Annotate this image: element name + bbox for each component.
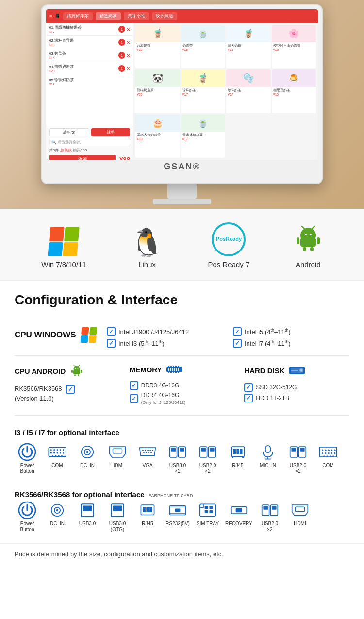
check-box: ✓: [66, 385, 75, 394]
svg-point-56: [55, 455, 56, 457]
svg-point-70: [148, 452, 149, 453]
svg-point-64: [145, 450, 146, 451]
iface-mic-in: MIC_IN: [255, 443, 281, 468]
usb3-x2-label: USB3.0×2: [169, 463, 186, 474]
pos-product[interactable]: 🎂 蛋糕大吉奶盖茶¥18: [135, 114, 180, 158]
svg-rect-119: [149, 507, 152, 512]
svg-point-41: [300, 369, 302, 371]
checkout-button[interactable]: 收银: [49, 155, 116, 160]
memory-spec-2: ✓ DDR4 4G-16G (Only for J4125/J6412): [130, 392, 235, 405]
svg-rect-17: [71, 370, 73, 373]
svg-line-4: [302, 226, 304, 229]
pos-product[interactable]: 🧋 寒天奶茶¥16: [226, 25, 271, 68]
hdmi-rk-icon: [290, 502, 310, 519]
pos-main-content: 01.周悉西柚鲜果茶 ¥17 1 ✕ 02.满杯奇异果: [46, 23, 318, 160]
svg-point-53: [60, 452, 61, 453]
iface-power-rk: PowerButton: [15, 502, 40, 533]
cpu-spec-text: Intel i7 (4th–11th): [245, 339, 291, 347]
i3-interface-section: I3 / I5 / I7 for optional interface Powe…: [0, 420, 364, 485]
cpu-android-spec: RK3566/RK3568(Version 11.0): [15, 384, 62, 403]
svg-rect-22: [168, 366, 169, 368]
clear-button[interactable]: 清空(5): [49, 128, 89, 136]
check-box: ✓: [233, 327, 242, 336]
iface-sim-tray: SIM TRAY: [195, 502, 220, 527]
pos-product[interactable]: 🌸 樱花阿里山奶盖茶¥18: [272, 25, 316, 68]
check-box: ✓: [107, 327, 116, 336]
memory-spec-note: (Only for J4125/J6412): [141, 400, 186, 405]
pos-order-item: 02.满杯奇异果 ¥18 1 ✕: [46, 36, 133, 49]
earphone-label: EARPHONE TF CARD: [149, 494, 193, 499]
svg-rect-82: [236, 449, 239, 454]
svg-point-12: [75, 368, 76, 369]
pos-product[interactable]: 🧋 台农奶茶¥13: [135, 25, 180, 68]
windows-icon: [48, 227, 80, 256]
svg-point-68: [143, 452, 145, 453]
svg-rect-20: [78, 374, 79, 376]
svg-point-58: [61, 455, 63, 457]
pos-product[interactable]: 🫧 珍珠奶茶¥17: [226, 69, 271, 113]
svg-point-111: [56, 509, 59, 512]
svg-point-102: [331, 452, 332, 454]
pos-product[interactable]: 🍵 奶盖茶¥15: [181, 25, 226, 68]
usb2-x2b-label: USB2.0×2: [290, 463, 306, 474]
iface-hdmi1: HDMI: [105, 443, 130, 468]
pos-tab-4[interactable]: 饮饮辣道: [152, 12, 177, 20]
iface-vga: VGA: [135, 443, 160, 468]
iface-usb2-x2b: USB2.0×2: [285, 443, 311, 474]
svg-line-14: [74, 365, 75, 367]
hang-button[interactable]: 挂单: [91, 128, 131, 136]
pos-tab-3[interactable]: 美味小吃: [124, 12, 149, 20]
svg-point-106: [330, 455, 331, 457]
svg-rect-34: [172, 368, 173, 371]
svg-rect-42: [291, 370, 298, 371]
svg-point-101: [328, 452, 330, 454]
rj45-rk-icon: [137, 502, 158, 519]
svg-rect-18: [81, 370, 82, 373]
cpu-android-title: CPU ANDROID: [15, 367, 66, 375]
cpu-spec-text: Intel i5 (4th–11th): [245, 328, 291, 335]
svg-point-54: [63, 452, 64, 453]
dcin-rk-icon: [47, 502, 67, 519]
linux-icon: 🐧: [130, 229, 164, 256]
i3-interface-title: I3 / I5 / I7 for optional interface: [15, 428, 349, 436]
rj45-1-label: RJ45: [232, 463, 243, 468]
hdmi-rk-label: HDMI: [294, 521, 306, 527]
iface-dcin1: DC_IN: [75, 443, 100, 468]
pos-order-item: 03.奶盖茶 ¥15 1 ✕: [46, 49, 133, 62]
svg-rect-62: [113, 449, 122, 453]
svg-rect-125: [205, 510, 208, 513]
svg-rect-36: [176, 368, 177, 371]
com2-icon: [318, 443, 338, 461]
dcin1-icon: [77, 443, 98, 461]
com1-icon: [47, 443, 67, 461]
pos-tab-1[interactable]: 招牌鲜果茶: [63, 12, 93, 20]
svg-point-99: [322, 452, 323, 454]
pos-topbar: ≡ 📱 招牌鲜果茶 精选奶茶 美味小吃 饮饮辣道: [46, 9, 318, 23]
svg-point-98: [334, 450, 335, 451]
sim-tray-label: SIM TRAY: [197, 521, 219, 527]
pos-product[interactable]: 🍮 相思豆奶茶¥15: [272, 69, 316, 113]
cpu-windows-row: CPU WINDOWS ✓ Intel J1900 /J4125/J6412 ✓…: [15, 319, 349, 356]
cpu-specs-grid: ✓ Intel J1900 /J4125/J6412 ✓ Intel i5 (4…: [107, 327, 349, 348]
svg-rect-30: [175, 371, 177, 373]
pos-product[interactable]: 🐼 熊猫奶盖茶¥20: [135, 69, 180, 113]
pos-product[interactable]: 🍵 香米抹茶红豆¥17: [181, 114, 226, 158]
svg-rect-37: [178, 368, 179, 371]
power-button-icon: [17, 443, 37, 461]
svg-rect-29: [173, 371, 174, 373]
svg-rect-83: [240, 449, 242, 454]
android-icon: [294, 223, 323, 256]
cpu-spec-item: ✓ Intel i7 (4th–11th): [233, 339, 349, 348]
iface-dcin-rk: DC_IN: [45, 502, 70, 527]
pos-footer: 清空(5) 挂单 🔍 点击选择会员 共5件 总额款 购买100 收银 ¥88: [46, 126, 133, 160]
pos-tab-2[interactable]: 精选奶茶: [96, 12, 121, 20]
three-col-row: CPU ANDROID RK3566/RK3568(Version 11.0): [15, 356, 349, 416]
hdmi1-label: HDMI: [111, 463, 124, 468]
linux-label: Linux: [138, 260, 156, 268]
cpu-android-header: CPU ANDROID: [15, 364, 120, 378]
pos-product-grid: 🧋 台农奶茶¥13 🍵 奶盖茶¥15 🧋 寒天奶茶¥16: [133, 23, 318, 160]
rk-title: RK3566/RK3568 for optional interface: [15, 490, 145, 499]
svg-line-15: [79, 365, 80, 367]
usb2-x2a-icon: [198, 443, 218, 461]
pos-product[interactable]: 🧋 珍珠奶茶¥17: [181, 69, 226, 113]
